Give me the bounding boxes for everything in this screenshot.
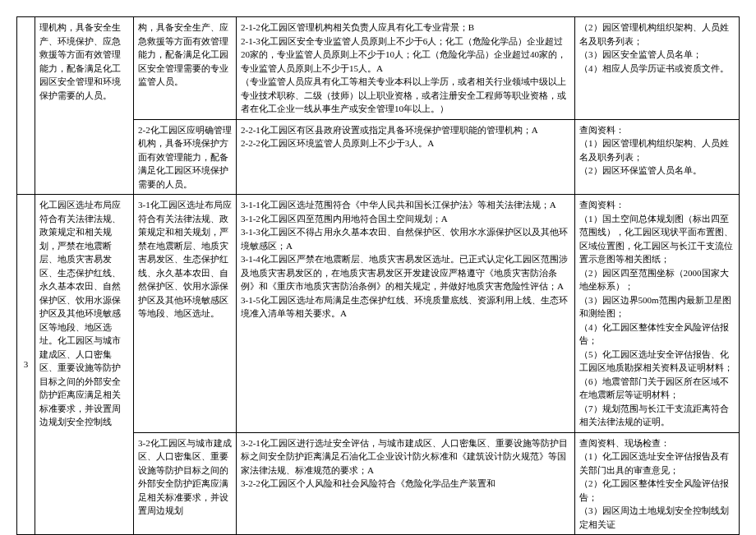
cell-detail: 2-2-1化工园区有区县政府设置或指定具备环境保护管理职能的管理机构；A2-2-… — [237, 119, 575, 195]
table-row: 3 化工园区选址布局应符合有关法律法规、政策规定和相关规划，严禁在地震断层、地质… — [17, 195, 740, 433]
cell-sub: 2-2化工园区应明确管理机构，具备环境保护方面有效管理能力，配备满足化工园区环境… — [134, 119, 237, 195]
cell-sub: 3-2化工园区与城市建成区、人口密集区、重要设施等防护目标之间的外部安全防护距离… — [134, 432, 237, 535]
cell-sub: 构，具备安全生产、应急救援等方面有效管理能力，配备满足化工园区安全管理需要的专业… — [134, 17, 237, 120]
cell-check: 查阅资料：（1）园区管理机构组织架构、人员姓名及职务列表；（2）园区环保监管人员… — [575, 119, 740, 195]
regulation-table: 理机构，具备安全生产、环境保护、应急救援等方面有效管理能力，配备满足化工园区安全… — [16, 16, 740, 535]
cell-check: （2）园区管理机构组织架构、人员姓名及职务列表；（3）园区安全监管人员名单；（4… — [575, 17, 740, 120]
cell-check: 查阅资料、现场检查：（1）化工园区选址安全评估报告及有关部门出具的审查意见；（2… — [575, 432, 740, 535]
cell-detail: 3-1-1化工园区选址范围符合《中华人民共和国长江保护法》等相关法律法规；A3-… — [237, 195, 575, 433]
cell-num — [17, 17, 35, 195]
cell-num: 3 — [17, 195, 35, 535]
table-row: 理机构，具备安全生产、环境保护、应急救援等方面有效管理能力，配备满足化工园区安全… — [17, 17, 740, 120]
cell-sub: 3-1化工园区选址布局应符合有关法律法规、政策规定和相关规划，严禁在地震断层、地… — [134, 195, 237, 433]
cell-detail: 3-2-1化工园区进行选址安全评估，与城市建成区、人口密集区、重要设施等防护目标… — [237, 432, 575, 535]
cell-check: 查阅资料：（1）国土空间总体规划图（标出四至范围线），化工园区现状平面布置图、区… — [575, 195, 740, 433]
cell-detail: 2-1-2化工园区管理机构相关负责人应具有化工专业背景；B2-1-3化工园区安全… — [237, 17, 575, 120]
cell-req: 理机构，具备安全生产、环境保护、应急救援等方面有效管理能力，配备满足化工园区安全… — [35, 17, 134, 195]
cell-req: 化工园区选址布局应符合有关法律法规、政策规定和相关规划，严禁在地震断层、地质灾害… — [35, 195, 134, 535]
